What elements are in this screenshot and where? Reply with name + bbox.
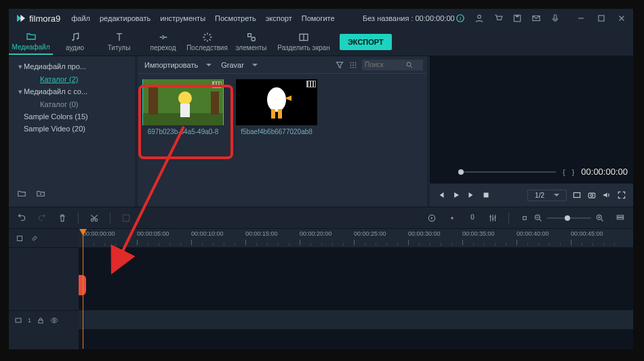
volume-icon[interactable] bbox=[602, 190, 611, 200]
menu-tools[interactable]: инструменты bbox=[160, 14, 205, 22]
playhead[interactable] bbox=[83, 229, 83, 349]
svg-point-14 bbox=[353, 62, 354, 63]
snapshot-icon[interactable] bbox=[587, 190, 597, 200]
preview-panel: { } 00:00:00:00 1/2 bbox=[430, 56, 633, 207]
tab-transitions[interactable]: переход bbox=[141, 29, 185, 54]
prev-frame-icon[interactable] bbox=[437, 190, 446, 200]
sidebar-item-sample-colors[interactable]: Sample Colors (15) bbox=[14, 110, 129, 123]
app-name: filmora9 bbox=[29, 14, 60, 24]
menu-help[interactable]: Помогите bbox=[302, 14, 335, 22]
playback-speed-select[interactable]: 1/2 bbox=[527, 190, 567, 201]
sidebar-item-catalog-2[interactable]: Каталог (2) bbox=[14, 73, 129, 85]
video-badge-icon bbox=[212, 81, 222, 88]
mark-out-icon[interactable]: } bbox=[572, 168, 575, 176]
media-panel: Импортировать Gravar bbox=[138, 56, 427, 207]
link-icon[interactable] bbox=[31, 234, 39, 242]
layers-icon[interactable] bbox=[16, 234, 24, 242]
tab-titles-label: Титулы bbox=[108, 44, 131, 51]
ruler-tick: 00:00:15:00 bbox=[245, 230, 278, 237]
svg-point-19 bbox=[350, 66, 352, 68]
zoom-fit-icon[interactable] bbox=[520, 213, 529, 223]
tab-media[interactable]: Медиафайл bbox=[9, 28, 53, 55]
search-input[interactable] bbox=[365, 61, 405, 68]
svg-point-21 bbox=[355, 66, 357, 68]
track-head-video-1[interactable]: 1 bbox=[9, 310, 79, 329]
cut-icon[interactable] bbox=[89, 213, 99, 223]
user-icon[interactable] bbox=[475, 14, 484, 23]
mic-icon[interactable] bbox=[550, 14, 560, 23]
tab-audio[interactable]: аудио bbox=[53, 29, 97, 54]
timeline-toolbar bbox=[9, 207, 633, 228]
visibility-icon[interactable] bbox=[50, 316, 58, 324]
preview-scrubber[interactable]: { } 00:00:00:00 bbox=[461, 167, 628, 177]
svg-point-8 bbox=[72, 39, 74, 41]
search-icon[interactable] bbox=[405, 61, 414, 69]
filter-icon[interactable] bbox=[335, 60, 344, 70]
svg-rect-52 bbox=[16, 318, 21, 322]
mark-in-icon[interactable]: { bbox=[563, 168, 565, 176]
zoom-out-icon[interactable] bbox=[534, 213, 543, 223]
svg-text:i: i bbox=[460, 16, 461, 22]
edit-icon[interactable] bbox=[121, 213, 131, 223]
sidebar-item-catalog-0[interactable]: Каталог (0) bbox=[14, 98, 129, 110]
close-icon[interactable] bbox=[617, 14, 626, 23]
new-folder-icon[interactable] bbox=[17, 189, 26, 198]
media-item[interactable]: f5baef4b6b6677020ab8 bbox=[233, 79, 321, 135]
delete-icon[interactable] bbox=[58, 213, 67, 223]
mail-icon[interactable] bbox=[531, 14, 541, 23]
zoom-in-icon[interactable] bbox=[595, 213, 605, 223]
ruler-tick: 00:00:45:00 bbox=[571, 230, 603, 237]
render-icon[interactable] bbox=[427, 213, 437, 223]
record-button[interactable]: Gravar bbox=[218, 60, 260, 70]
add-folder-icon[interactable] bbox=[36, 189, 45, 198]
grid-view-icon[interactable] bbox=[348, 60, 358, 70]
menu-view[interactable]: Посмотреть bbox=[215, 14, 256, 22]
menu-export[interactable]: экспорт bbox=[266, 14, 292, 22]
marker-icon[interactable] bbox=[447, 213, 457, 223]
maximize-icon[interactable] bbox=[597, 14, 606, 23]
sidebar-item-project-media[interactable]: ▾Медиафайл про... bbox=[14, 60, 129, 73]
info-icon[interactable]: i bbox=[456, 14, 465, 23]
svg-point-20 bbox=[353, 66, 354, 68]
next-frame-icon[interactable] bbox=[466, 190, 476, 200]
redo-icon[interactable] bbox=[37, 213, 47, 223]
play-icon[interactable] bbox=[451, 190, 461, 200]
import-button[interactable]: Импортировать bbox=[142, 60, 214, 70]
tab-elements[interactable]: элементы bbox=[229, 29, 273, 54]
search-box[interactable] bbox=[362, 60, 423, 70]
tab-split-screen[interactable]: Разделить экран bbox=[273, 29, 334, 54]
mixer-icon[interactable] bbox=[488, 213, 498, 223]
svg-rect-26 bbox=[180, 104, 190, 117]
save-icon[interactable] bbox=[512, 14, 522, 23]
sidebar-item-shared-media[interactable]: ▾Медиафайл с со... bbox=[14, 85, 129, 98]
track-manager-icon[interactable] bbox=[616, 213, 625, 223]
split-icon bbox=[298, 32, 309, 43]
svg-point-41 bbox=[451, 217, 454, 219]
media-item[interactable]: 697b023b-64a5-49a0-8 bbox=[139, 79, 227, 135]
music-icon bbox=[70, 32, 81, 43]
ruler-tick: 00:00:00:00 bbox=[83, 230, 115, 237]
voiceover-icon[interactable] bbox=[468, 213, 477, 223]
stop-icon[interactable] bbox=[481, 190, 491, 200]
transition-icon bbox=[158, 32, 169, 43]
timeline-tracks-area[interactable]: 00:00:00:0000:00:05:0000:00:10:0000:00:1… bbox=[79, 229, 633, 349]
undo-icon[interactable] bbox=[17, 213, 26, 223]
menu-file[interactable]: файл bbox=[71, 14, 90, 22]
sidebar-item-sample-video[interactable]: Sample Video (20) bbox=[14, 123, 129, 135]
lock-icon[interactable] bbox=[37, 316, 45, 324]
export-button[interactable]: ЭКСПОРТ bbox=[340, 34, 392, 50]
ruler-tick: 00:00:05:00 bbox=[137, 230, 169, 237]
svg-rect-35 bbox=[588, 193, 595, 198]
zoom-slider[interactable] bbox=[547, 217, 591, 219]
minimize-icon[interactable] bbox=[576, 14, 586, 23]
menu-edit[interactable]: редактировать bbox=[100, 14, 150, 22]
svg-point-43 bbox=[489, 215, 491, 217]
fullscreen-icon[interactable] bbox=[617, 190, 626, 200]
timeline-zoom[interactable] bbox=[520, 213, 605, 223]
tab-effects[interactable]: Последствия bbox=[185, 29, 229, 54]
quality-icon[interactable] bbox=[572, 190, 582, 200]
timeline-ruler[interactable]: 00:00:00:0000:00:05:0000:00:10:0000:00:1… bbox=[79, 229, 633, 248]
cart-icon[interactable] bbox=[494, 14, 503, 23]
tab-titles[interactable]: Титулы bbox=[97, 29, 141, 54]
svg-point-30 bbox=[267, 87, 286, 112]
